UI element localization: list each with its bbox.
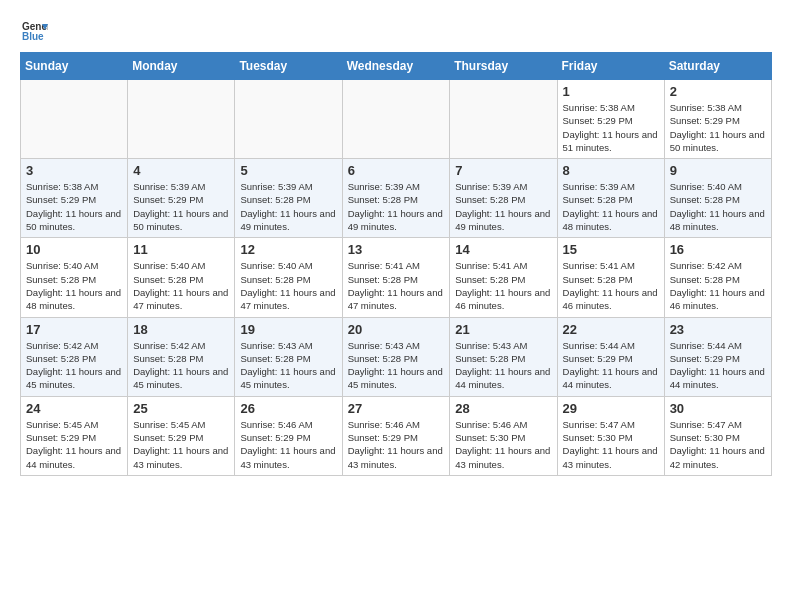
day-number: 22 — [563, 322, 659, 337]
day-info: Sunrise: 5:39 AM Sunset: 5:28 PM Dayligh… — [563, 180, 659, 233]
svg-text:Blue: Blue — [22, 31, 44, 42]
calendar-day-cell: 14Sunrise: 5:41 AM Sunset: 5:28 PM Dayli… — [450, 238, 557, 317]
calendar-day-cell: 9Sunrise: 5:40 AM Sunset: 5:28 PM Daylig… — [664, 159, 771, 238]
calendar-day-cell: 30Sunrise: 5:47 AM Sunset: 5:30 PM Dayli… — [664, 396, 771, 475]
day-number: 30 — [670, 401, 766, 416]
calendar-day-cell: 20Sunrise: 5:43 AM Sunset: 5:28 PM Dayli… — [342, 317, 450, 396]
calendar-day-cell: 22Sunrise: 5:44 AM Sunset: 5:29 PM Dayli… — [557, 317, 664, 396]
page-header: General Blue — [20, 16, 772, 44]
title-section — [52, 16, 772, 18]
calendar-day-cell: 1Sunrise: 5:38 AM Sunset: 5:29 PM Daylig… — [557, 80, 664, 159]
calendar-day-cell: 28Sunrise: 5:46 AM Sunset: 5:30 PM Dayli… — [450, 396, 557, 475]
calendar-day-cell: 25Sunrise: 5:45 AM Sunset: 5:29 PM Dayli… — [128, 396, 235, 475]
calendar-day-cell: 23Sunrise: 5:44 AM Sunset: 5:29 PM Dayli… — [664, 317, 771, 396]
calendar-day-cell: 3Sunrise: 5:38 AM Sunset: 5:29 PM Daylig… — [21, 159, 128, 238]
calendar-day-cell: 16Sunrise: 5:42 AM Sunset: 5:28 PM Dayli… — [664, 238, 771, 317]
day-info: Sunrise: 5:40 AM Sunset: 5:28 PM Dayligh… — [670, 180, 766, 233]
calendar-day-cell — [450, 80, 557, 159]
day-number: 25 — [133, 401, 229, 416]
day-info: Sunrise: 5:44 AM Sunset: 5:29 PM Dayligh… — [563, 339, 659, 392]
day-number: 4 — [133, 163, 229, 178]
day-info: Sunrise: 5:46 AM Sunset: 5:29 PM Dayligh… — [348, 418, 445, 471]
calendar-day-cell: 27Sunrise: 5:46 AM Sunset: 5:29 PM Dayli… — [342, 396, 450, 475]
column-header-thursday: Thursday — [450, 53, 557, 80]
calendar-day-cell: 5Sunrise: 5:39 AM Sunset: 5:28 PM Daylig… — [235, 159, 342, 238]
day-info: Sunrise: 5:43 AM Sunset: 5:28 PM Dayligh… — [348, 339, 445, 392]
calendar-week-row: 10Sunrise: 5:40 AM Sunset: 5:28 PM Dayli… — [21, 238, 772, 317]
day-info: Sunrise: 5:46 AM Sunset: 5:30 PM Dayligh… — [455, 418, 551, 471]
day-info: Sunrise: 5:41 AM Sunset: 5:28 PM Dayligh… — [455, 259, 551, 312]
day-info: Sunrise: 5:47 AM Sunset: 5:30 PM Dayligh… — [563, 418, 659, 471]
day-info: Sunrise: 5:42 AM Sunset: 5:28 PM Dayligh… — [133, 339, 229, 392]
day-info: Sunrise: 5:41 AM Sunset: 5:28 PM Dayligh… — [563, 259, 659, 312]
calendar-table: SundayMondayTuesdayWednesdayThursdayFrid… — [20, 52, 772, 476]
day-number: 24 — [26, 401, 122, 416]
calendar-day-cell: 6Sunrise: 5:39 AM Sunset: 5:28 PM Daylig… — [342, 159, 450, 238]
calendar-week-row: 3Sunrise: 5:38 AM Sunset: 5:29 PM Daylig… — [21, 159, 772, 238]
calendar-day-cell: 4Sunrise: 5:39 AM Sunset: 5:29 PM Daylig… — [128, 159, 235, 238]
day-info: Sunrise: 5:45 AM Sunset: 5:29 PM Dayligh… — [133, 418, 229, 471]
calendar-day-cell: 18Sunrise: 5:42 AM Sunset: 5:28 PM Dayli… — [128, 317, 235, 396]
calendar-day-cell: 2Sunrise: 5:38 AM Sunset: 5:29 PM Daylig… — [664, 80, 771, 159]
day-info: Sunrise: 5:43 AM Sunset: 5:28 PM Dayligh… — [455, 339, 551, 392]
day-number: 15 — [563, 242, 659, 257]
calendar-day-cell — [128, 80, 235, 159]
day-number: 12 — [240, 242, 336, 257]
day-info: Sunrise: 5:38 AM Sunset: 5:29 PM Dayligh… — [563, 101, 659, 154]
day-number: 8 — [563, 163, 659, 178]
day-number: 27 — [348, 401, 445, 416]
column-header-monday: Monday — [128, 53, 235, 80]
day-info: Sunrise: 5:41 AM Sunset: 5:28 PM Dayligh… — [348, 259, 445, 312]
calendar-day-cell — [342, 80, 450, 159]
day-number: 9 — [670, 163, 766, 178]
day-number: 5 — [240, 163, 336, 178]
day-number: 20 — [348, 322, 445, 337]
day-info: Sunrise: 5:43 AM Sunset: 5:28 PM Dayligh… — [240, 339, 336, 392]
logo-icon: General Blue — [20, 16, 48, 44]
day-number: 17 — [26, 322, 122, 337]
calendar-day-cell: 13Sunrise: 5:41 AM Sunset: 5:28 PM Dayli… — [342, 238, 450, 317]
day-number: 19 — [240, 322, 336, 337]
calendar-day-cell: 10Sunrise: 5:40 AM Sunset: 5:28 PM Dayli… — [21, 238, 128, 317]
day-number: 14 — [455, 242, 551, 257]
calendar-day-cell: 21Sunrise: 5:43 AM Sunset: 5:28 PM Dayli… — [450, 317, 557, 396]
calendar-week-row: 24Sunrise: 5:45 AM Sunset: 5:29 PM Dayli… — [21, 396, 772, 475]
day-info: Sunrise: 5:42 AM Sunset: 5:28 PM Dayligh… — [670, 259, 766, 312]
day-info: Sunrise: 5:42 AM Sunset: 5:28 PM Dayligh… — [26, 339, 122, 392]
calendar-week-row: 1Sunrise: 5:38 AM Sunset: 5:29 PM Daylig… — [21, 80, 772, 159]
day-info: Sunrise: 5:38 AM Sunset: 5:29 PM Dayligh… — [26, 180, 122, 233]
day-info: Sunrise: 5:39 AM Sunset: 5:28 PM Dayligh… — [348, 180, 445, 233]
day-info: Sunrise: 5:39 AM Sunset: 5:28 PM Dayligh… — [240, 180, 336, 233]
day-number: 7 — [455, 163, 551, 178]
day-info: Sunrise: 5:40 AM Sunset: 5:28 PM Dayligh… — [240, 259, 336, 312]
calendar-day-cell: 15Sunrise: 5:41 AM Sunset: 5:28 PM Dayli… — [557, 238, 664, 317]
day-number: 26 — [240, 401, 336, 416]
day-info: Sunrise: 5:38 AM Sunset: 5:29 PM Dayligh… — [670, 101, 766, 154]
column-header-tuesday: Tuesday — [235, 53, 342, 80]
calendar-day-cell — [235, 80, 342, 159]
calendar-day-cell: 7Sunrise: 5:39 AM Sunset: 5:28 PM Daylig… — [450, 159, 557, 238]
column-header-sunday: Sunday — [21, 53, 128, 80]
day-number: 11 — [133, 242, 229, 257]
day-number: 3 — [26, 163, 122, 178]
column-header-friday: Friday — [557, 53, 664, 80]
day-number: 28 — [455, 401, 551, 416]
day-info: Sunrise: 5:46 AM Sunset: 5:29 PM Dayligh… — [240, 418, 336, 471]
calendar-day-cell: 29Sunrise: 5:47 AM Sunset: 5:30 PM Dayli… — [557, 396, 664, 475]
day-info: Sunrise: 5:40 AM Sunset: 5:28 PM Dayligh… — [133, 259, 229, 312]
column-header-wednesday: Wednesday — [342, 53, 450, 80]
day-number: 18 — [133, 322, 229, 337]
day-number: 16 — [670, 242, 766, 257]
day-info: Sunrise: 5:39 AM Sunset: 5:28 PM Dayligh… — [455, 180, 551, 233]
day-info: Sunrise: 5:40 AM Sunset: 5:28 PM Dayligh… — [26, 259, 122, 312]
calendar-day-cell: 19Sunrise: 5:43 AM Sunset: 5:28 PM Dayli… — [235, 317, 342, 396]
calendar-week-row: 17Sunrise: 5:42 AM Sunset: 5:28 PM Dayli… — [21, 317, 772, 396]
day-number: 1 — [563, 84, 659, 99]
day-number: 2 — [670, 84, 766, 99]
day-number: 21 — [455, 322, 551, 337]
calendar-day-cell: 17Sunrise: 5:42 AM Sunset: 5:28 PM Dayli… — [21, 317, 128, 396]
day-info: Sunrise: 5:44 AM Sunset: 5:29 PM Dayligh… — [670, 339, 766, 392]
calendar-day-cell: 11Sunrise: 5:40 AM Sunset: 5:28 PM Dayli… — [128, 238, 235, 317]
calendar-day-cell: 24Sunrise: 5:45 AM Sunset: 5:29 PM Dayli… — [21, 396, 128, 475]
column-header-saturday: Saturday — [664, 53, 771, 80]
